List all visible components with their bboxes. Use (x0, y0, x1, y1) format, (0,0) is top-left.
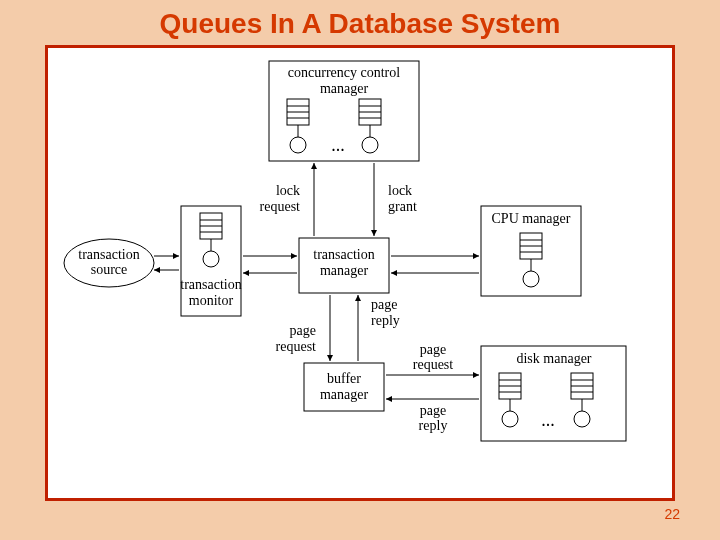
svg-text:grant: grant (388, 199, 417, 214)
svg-text:source: source (91, 262, 128, 277)
diagram-canvas: concurrency control manager ... lock req… (51, 51, 669, 495)
slide: Queues In A Database System concurrency … (0, 0, 720, 540)
svg-text:transaction: transaction (313, 247, 374, 262)
svg-text:request: request (260, 199, 301, 214)
svg-text:...: ... (331, 135, 345, 155)
svg-text:manager: manager (320, 263, 369, 278)
svg-text:manager: manager (320, 81, 369, 96)
svg-text:buffer: buffer (327, 371, 361, 386)
box-buffer-manager: buffer manager (304, 363, 384, 411)
label-page-reply-disk: page (420, 403, 446, 418)
svg-text:request: request (276, 339, 317, 354)
svg-text:transaction: transaction (78, 247, 139, 262)
ellipse-transaction-source: transaction source (64, 239, 154, 287)
box-cpu-manager: CPU manager (481, 206, 581, 296)
svg-text:transaction: transaction (180, 277, 241, 292)
label-page-request-disk: page (420, 342, 446, 357)
label-page-request: page (290, 323, 316, 338)
svg-text:CPU manager: CPU manager (492, 211, 571, 226)
svg-text:...: ... (541, 410, 555, 430)
page-number: 22 (664, 506, 680, 522)
label-page-reply: page (371, 297, 397, 312)
box-disk-manager: disk manager ... (481, 346, 626, 441)
svg-text:reply: reply (371, 313, 400, 328)
label-lock-grant: lock (388, 183, 412, 198)
svg-text:manager: manager (320, 387, 369, 402)
slide-title: Queues In A Database System (0, 8, 720, 40)
box-transaction-monitor: transaction monitor (180, 206, 241, 316)
svg-text:request: request (413, 357, 454, 372)
box-concurrency-control: concurrency control manager ... (269, 61, 419, 161)
svg-text:disk manager: disk manager (516, 351, 591, 366)
svg-text:monitor: monitor (189, 293, 234, 308)
label-lock-request: lock (276, 183, 300, 198)
box-transaction-manager: transaction manager (299, 238, 389, 293)
svg-text:concurrency control: concurrency control (288, 65, 400, 80)
svg-text:reply: reply (419, 418, 448, 433)
